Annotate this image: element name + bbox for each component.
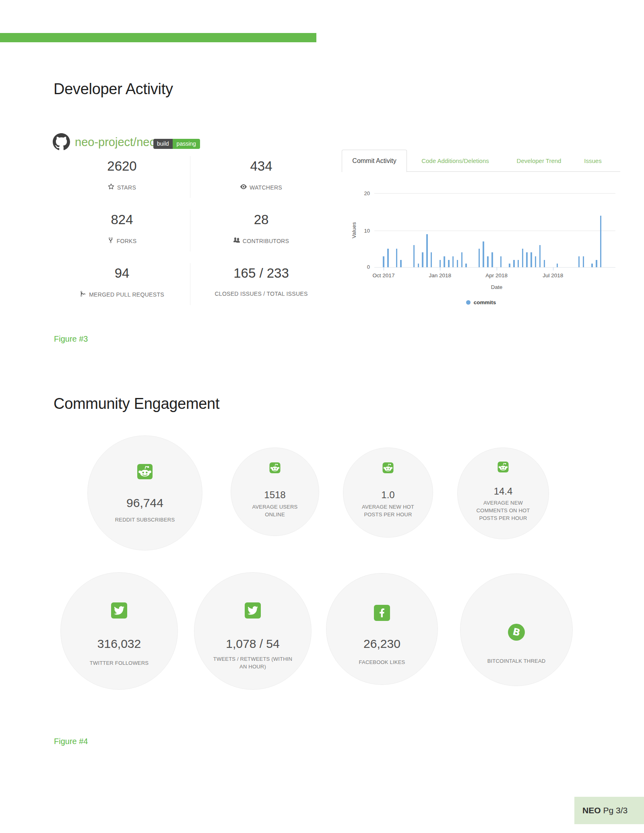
commit-chart: Values 01020 Oct 2017Jan 2018Apr 2018Jul… xyxy=(342,172,620,321)
fork-icon xyxy=(107,237,114,245)
figure-4-caption: Figure #4 xyxy=(54,737,88,746)
commit-bar xyxy=(396,249,398,267)
chart-legend: commits xyxy=(342,299,620,305)
stars-label: STARS xyxy=(117,184,136,191)
commit-bar xyxy=(578,256,580,267)
commit-bar xyxy=(591,264,593,267)
tweets-retweets-circle: 1,078 / 54 TWEETS / RETWEETS (WITHIN AN … xyxy=(194,572,312,690)
y-tick-label: 0 xyxy=(345,264,370,270)
facebook-likes-label: FACEBOOK LIKES xyxy=(342,659,422,666)
avg-hot-posts-value: 1.0 xyxy=(343,489,433,501)
commit-bar xyxy=(452,256,454,267)
commit-bar xyxy=(522,249,524,267)
commit-bar xyxy=(539,245,541,267)
commit-bar xyxy=(544,260,545,267)
avg-hot-posts-circle: 1.0 AVERAGE NEW HOT POSTS PER HOUR xyxy=(343,447,433,538)
stars-value: 2620 xyxy=(54,159,190,174)
github-stats-grid: 2620 STARS 434 WATCHERS 824 FORKS xyxy=(54,156,332,317)
tab-developer-trend[interactable]: Developer Trend xyxy=(517,150,561,172)
commits-legend-label: commits xyxy=(474,299,496,305)
gridline-20 xyxy=(374,193,615,194)
watchers-label: WATCHERS xyxy=(250,184,282,191)
commit-bar xyxy=(479,249,480,267)
facebook-likes-circle: 26,230 FACEBOOK LIKES xyxy=(326,573,438,685)
star-icon xyxy=(108,184,114,191)
reddit-subscribers-value: 96,744 xyxy=(88,496,202,510)
commit-bar xyxy=(530,252,532,267)
bitcoin-icon: B xyxy=(508,624,525,641)
stat-merged-prs: 94 MERGED PULL REQUESTS xyxy=(54,263,190,305)
commit-bar xyxy=(418,264,419,267)
community-engagement-heading: Community Engagement xyxy=(54,395,219,412)
commit-bar xyxy=(413,245,415,267)
facebook-likes-value: 26,230 xyxy=(326,637,438,651)
contributors-label: CONTRIBUTORS xyxy=(243,238,289,244)
x-tick-mark xyxy=(384,267,384,270)
avg-hot-posts-label: AVERAGE NEW HOT POSTS PER HOUR xyxy=(353,503,423,519)
commit-bar xyxy=(422,252,423,267)
issues-value: 165 / 233 xyxy=(190,266,332,281)
x-tick-mark xyxy=(440,267,440,270)
tab-commit-activity[interactable]: Commit Activity xyxy=(342,150,407,172)
top-accent-bar xyxy=(0,33,316,42)
report-page: Developer Activity neo-project/neo build… xyxy=(0,0,644,833)
stat-stars: 2620 STARS xyxy=(54,156,190,198)
tab-issues[interactable]: Issues xyxy=(584,150,601,172)
bitcointalk-label: BITCOINTALK THREAD xyxy=(472,658,561,665)
forks-value: 824 xyxy=(54,212,190,227)
commit-bar xyxy=(600,216,602,267)
commit-bar xyxy=(487,256,489,267)
reddit-icon xyxy=(498,462,509,472)
twitter-icon xyxy=(245,602,261,619)
commit-bar xyxy=(465,264,467,267)
page-footer: NEO Pg 3/3 xyxy=(574,797,644,824)
badge-passing-label: passing xyxy=(173,139,200,149)
tab-code-additions-deletions[interactable]: Code Additions/Deletions xyxy=(421,150,489,172)
reddit-subscribers-circle: 96,744 REDDIT SUBSCRIBERS xyxy=(87,435,202,551)
twitter-followers-label: TWITTER FOLLOWERS xyxy=(75,660,163,667)
gridline-10 xyxy=(374,231,615,231)
x-tick-label: Jul 2018 xyxy=(543,272,563,278)
footer-project-name: NEO xyxy=(582,806,601,815)
y-tick-label: 10 xyxy=(345,228,370,234)
eye-icon xyxy=(240,184,247,191)
repo-link[interactable]: neo-project/neo xyxy=(75,136,156,149)
footer-page-number: Pg 3/3 xyxy=(603,806,628,815)
github-icon xyxy=(53,133,70,151)
forks-label: FORKS xyxy=(117,238,137,244)
watchers-value: 434 xyxy=(190,159,332,174)
commit-bar xyxy=(448,260,450,267)
badge-build-label: build xyxy=(153,139,173,149)
x-tick-label: Apr 2018 xyxy=(485,272,508,278)
avg-comments-value: 14.4 xyxy=(458,486,549,497)
commit-bar xyxy=(509,264,510,267)
commit-bar xyxy=(583,256,584,267)
x-tick-mark xyxy=(497,267,497,270)
reddit-icon xyxy=(137,464,153,479)
commit-bar xyxy=(400,260,402,267)
commit-bar xyxy=(426,234,428,267)
x-tick-mark xyxy=(553,267,553,270)
twitter-followers-value: 316,032 xyxy=(61,637,178,651)
commit-bar xyxy=(557,264,558,267)
twitter-followers-circle: 316,032 TWITTER FOLLOWERS xyxy=(60,572,178,690)
x-tick-label: Oct 2017 xyxy=(373,272,395,278)
facebook-icon xyxy=(374,605,390,621)
commit-bar xyxy=(518,260,519,267)
people-icon xyxy=(233,237,240,245)
avg-comments-label: AVERAGE NEW COMMENTS ON HOT POSTS PER HO… xyxy=(470,499,537,522)
commit-bar xyxy=(535,256,537,267)
stat-contributors: 28 CONTRIBUTORS xyxy=(190,210,332,252)
commit-bar xyxy=(596,260,597,267)
twitter-icon xyxy=(111,602,127,619)
contributors-value: 28 xyxy=(190,212,332,227)
commit-bar xyxy=(440,260,441,267)
commit-bar xyxy=(457,260,458,267)
commit-bar xyxy=(513,260,515,267)
bitcointalk-circle: B BITCOINTALK THREAD xyxy=(460,573,573,686)
reddit-subscribers-label: REDDIT SUBSCRIBERS xyxy=(103,516,187,524)
reddit-icon xyxy=(270,462,281,473)
issues-label: CLOSED ISSUES / TOTAL ISSUES xyxy=(215,291,308,297)
commit-bar xyxy=(383,256,384,267)
commit-bar xyxy=(431,252,432,267)
